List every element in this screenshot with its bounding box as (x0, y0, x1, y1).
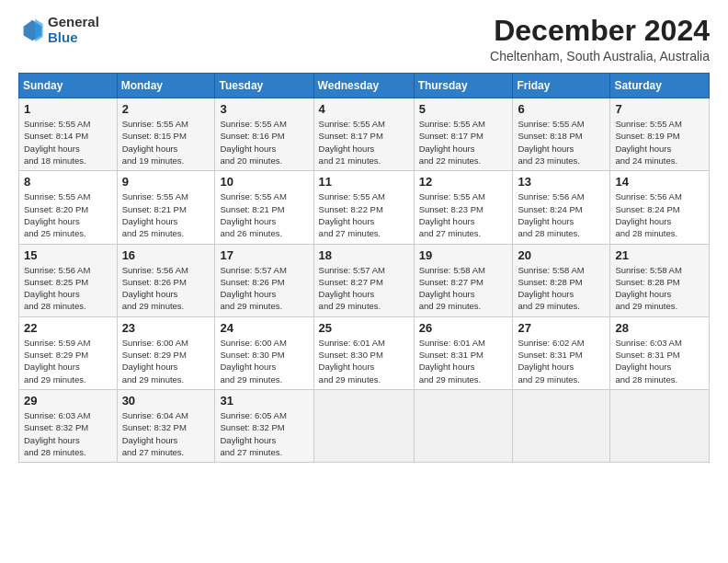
title-block: December 2024 Cheltenham, South Australi… (490, 15, 710, 63)
day-info: Sunrise: 5:57 AM Sunset: 8:26 PM Dayligh… (220, 264, 308, 313)
calendar-week-row: 1 Sunrise: 5:55 AM Sunset: 8:14 PM Dayli… (19, 98, 710, 171)
col-friday: Friday (513, 74, 610, 98)
day-number: 8 (24, 175, 112, 189)
day-number: 10 (220, 175, 308, 189)
day-number: 21 (615, 248, 704, 262)
day-info: Sunrise: 5:55 AM Sunset: 8:21 PM Dayligh… (220, 190, 308, 239)
table-row: 29 Sunrise: 6:03 AM Sunset: 8:32 PM Dayl… (19, 389, 118, 462)
day-info: Sunrise: 5:55 AM Sunset: 8:18 PM Dayligh… (518, 118, 605, 167)
day-number: 9 (122, 175, 210, 189)
table-row: 6 Sunrise: 5:55 AM Sunset: 8:18 PM Dayli… (513, 98, 610, 171)
logo-text: General Blue (48, 15, 99, 45)
day-number: 30 (122, 394, 210, 408)
day-number: 29 (24, 394, 112, 408)
table-row: 22 Sunrise: 5:59 AM Sunset: 8:29 PM Dayl… (19, 316, 118, 389)
table-row: 5 Sunrise: 5:55 AM Sunset: 8:17 PM Dayli… (414, 98, 513, 171)
col-monday: Monday (117, 74, 215, 98)
day-info: Sunrise: 5:58 AM Sunset: 8:28 PM Dayligh… (615, 264, 704, 313)
table-row: 25 Sunrise: 6:01 AM Sunset: 8:30 PM Dayl… (313, 316, 414, 389)
logo-blue-text: Blue (48, 30, 99, 46)
day-info: Sunrise: 5:56 AM Sunset: 8:25 PM Dayligh… (24, 264, 112, 313)
header: General Blue December 2024 Cheltenham, S… (18, 15, 710, 63)
table-row: 17 Sunrise: 5:57 AM Sunset: 8:26 PM Dayl… (215, 244, 313, 316)
day-info: Sunrise: 5:58 AM Sunset: 8:28 PM Dayligh… (518, 264, 605, 313)
day-number: 24 (220, 321, 308, 335)
day-info: Sunrise: 5:56 AM Sunset: 8:24 PM Dayligh… (615, 190, 704, 239)
calendar-week-row: 8 Sunrise: 5:55 AM Sunset: 8:20 PM Dayli… (19, 171, 710, 244)
day-number: 16 (122, 248, 210, 262)
day-number: 13 (518, 175, 605, 189)
day-number: 17 (220, 248, 308, 262)
day-number: 28 (615, 321, 704, 335)
day-info: Sunrise: 5:56 AM Sunset: 8:26 PM Dayligh… (122, 264, 210, 313)
day-info: Sunrise: 6:01 AM Sunset: 8:30 PM Dayligh… (319, 337, 409, 385)
day-number: 2 (122, 102, 210, 116)
table-row: 27 Sunrise: 6:02 AM Sunset: 8:31 PM Dayl… (513, 316, 610, 389)
day-info: Sunrise: 6:01 AM Sunset: 8:31 PM Dayligh… (419, 337, 508, 385)
table-row: 15 Sunrise: 5:56 AM Sunset: 8:25 PM Dayl… (19, 244, 118, 316)
table-row: 3 Sunrise: 5:55 AM Sunset: 8:16 PM Dayli… (215, 98, 313, 171)
table-row: 21 Sunrise: 5:58 AM Sunset: 8:28 PM Dayl… (610, 244, 710, 316)
day-number: 19 (419, 248, 508, 262)
table-row: 10 Sunrise: 5:55 AM Sunset: 8:21 PM Dayl… (215, 171, 313, 244)
day-number: 31 (220, 394, 308, 408)
day-number: 14 (615, 175, 704, 189)
table-row: 19 Sunrise: 5:58 AM Sunset: 8:27 PM Dayl… (414, 244, 513, 316)
day-info: Sunrise: 5:55 AM Sunset: 8:17 PM Dayligh… (319, 118, 409, 167)
day-number: 4 (319, 102, 409, 116)
day-info: Sunrise: 6:03 AM Sunset: 8:31 PM Dayligh… (615, 337, 704, 385)
logo: General Blue (18, 15, 99, 45)
table-row: 4 Sunrise: 5:55 AM Sunset: 8:17 PM Dayli… (313, 98, 414, 171)
table-row: 28 Sunrise: 6:03 AM Sunset: 8:31 PM Dayl… (610, 316, 710, 389)
day-info: Sunrise: 5:55 AM Sunset: 8:20 PM Dayligh… (24, 190, 112, 239)
logo-general-text: General (48, 15, 99, 30)
day-info: Sunrise: 5:55 AM Sunset: 8:19 PM Dayligh… (615, 118, 704, 167)
location-title: Cheltenham, South Australia, Australia (490, 49, 710, 63)
day-info: Sunrise: 5:57 AM Sunset: 8:27 PM Dayligh… (319, 264, 409, 313)
calendar-table: Sunday Monday Tuesday Wednesday Thursday… (18, 73, 710, 463)
day-info: Sunrise: 5:55 AM Sunset: 8:14 PM Dayligh… (24, 118, 112, 167)
table-row: 23 Sunrise: 6:00 AM Sunset: 8:29 PM Dayl… (117, 316, 215, 389)
day-number: 11 (319, 175, 409, 189)
calendar-week-row: 22 Sunrise: 5:59 AM Sunset: 8:29 PM Dayl… (19, 316, 710, 389)
table-row (313, 389, 414, 462)
logo-icon (18, 17, 44, 43)
day-info: Sunrise: 5:59 AM Sunset: 8:29 PM Dayligh… (24, 337, 112, 385)
table-row (610, 389, 710, 462)
table-row (414, 389, 513, 462)
day-number: 1 (24, 102, 112, 116)
day-info: Sunrise: 5:56 AM Sunset: 8:24 PM Dayligh… (518, 190, 605, 239)
table-row: 13 Sunrise: 5:56 AM Sunset: 8:24 PM Dayl… (513, 171, 610, 244)
col-sunday: Sunday (19, 74, 118, 98)
table-row: 2 Sunrise: 5:55 AM Sunset: 8:15 PM Dayli… (117, 98, 215, 171)
day-number: 7 (615, 102, 704, 116)
day-number: 25 (319, 321, 409, 335)
month-title: December 2024 (490, 15, 710, 47)
table-row (513, 389, 610, 462)
day-number: 3 (220, 102, 308, 116)
day-info: Sunrise: 5:55 AM Sunset: 8:21 PM Dayligh… (122, 190, 210, 239)
table-row: 31 Sunrise: 6:05 AM Sunset: 8:32 PM Dayl… (215, 389, 313, 462)
table-row: 20 Sunrise: 5:58 AM Sunset: 8:28 PM Dayl… (513, 244, 610, 316)
day-number: 26 (419, 321, 508, 335)
svg-marker-1 (35, 18, 42, 41)
table-row: 7 Sunrise: 5:55 AM Sunset: 8:19 PM Dayli… (610, 98, 710, 171)
day-number: 22 (24, 321, 112, 335)
day-info: Sunrise: 6:00 AM Sunset: 8:30 PM Dayligh… (220, 337, 308, 385)
day-number: 27 (518, 321, 605, 335)
day-info: Sunrise: 5:55 AM Sunset: 8:17 PM Dayligh… (419, 118, 508, 167)
day-number: 23 (122, 321, 210, 335)
day-info: Sunrise: 5:58 AM Sunset: 8:27 PM Dayligh… (419, 264, 508, 313)
calendar-week-row: 29 Sunrise: 6:03 AM Sunset: 8:32 PM Dayl… (19, 389, 710, 462)
day-info: Sunrise: 5:55 AM Sunset: 8:16 PM Dayligh… (220, 118, 308, 167)
table-row: 1 Sunrise: 5:55 AM Sunset: 8:14 PM Dayli… (19, 98, 118, 171)
table-row: 9 Sunrise: 5:55 AM Sunset: 8:21 PM Dayli… (117, 171, 215, 244)
day-info: Sunrise: 5:55 AM Sunset: 8:23 PM Dayligh… (419, 190, 508, 239)
table-row: 11 Sunrise: 5:55 AM Sunset: 8:22 PM Dayl… (313, 171, 414, 244)
table-row: 12 Sunrise: 5:55 AM Sunset: 8:23 PM Dayl… (414, 171, 513, 244)
day-number: 15 (24, 248, 112, 262)
table-row: 26 Sunrise: 6:01 AM Sunset: 8:31 PM Dayl… (414, 316, 513, 389)
col-wednesday: Wednesday (313, 74, 414, 98)
day-number: 6 (518, 102, 605, 116)
day-info: Sunrise: 6:03 AM Sunset: 8:32 PM Dayligh… (24, 409, 112, 458)
